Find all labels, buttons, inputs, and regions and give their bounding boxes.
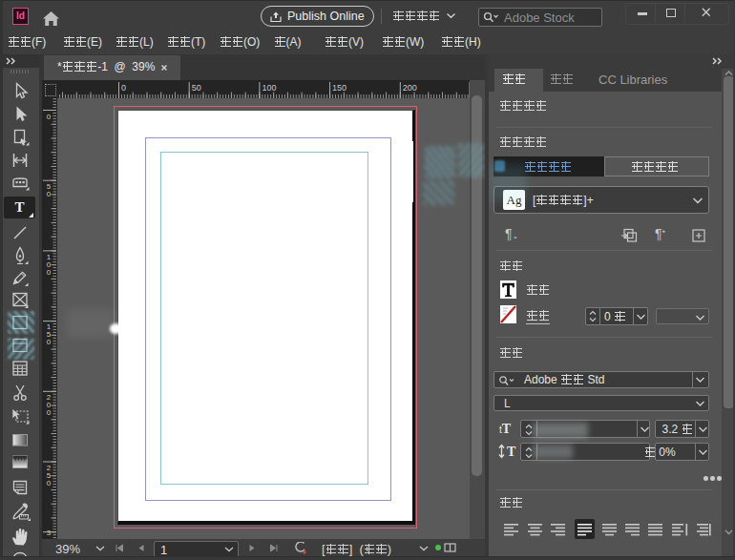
svg-text:150: 150 [332,83,346,93]
svg-text:0: 0 [47,268,52,277]
svg-text:200: 200 [403,83,417,93]
svg-text:0: 0 [47,479,52,487]
svg-text:0: 0 [47,190,52,198]
svg-text:0: 0 [47,408,52,417]
svg-text:100: 100 [262,83,276,93]
svg-text:3: 3 [47,529,52,537]
svg-text:50: 50 [192,83,201,93]
svg-text:0: 0 [47,113,52,121]
svg-text:0: 0 [121,83,126,93]
svg-text:0: 0 [47,338,52,346]
